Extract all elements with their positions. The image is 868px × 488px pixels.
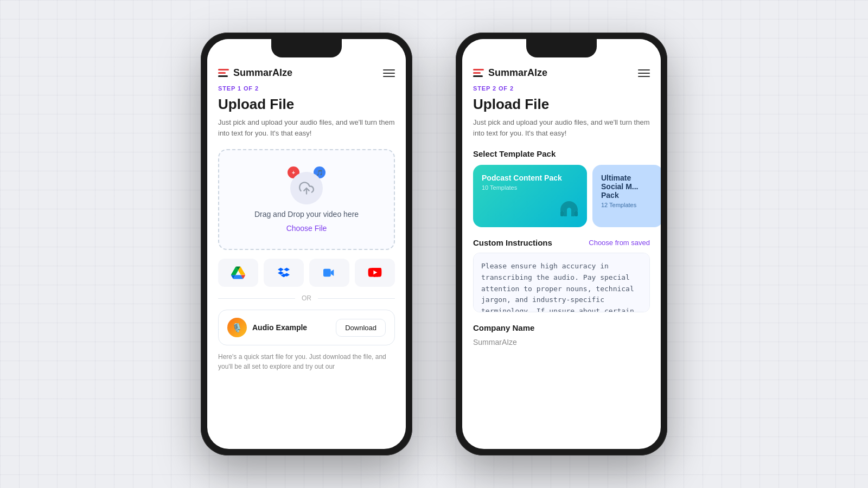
step-label-1: STEP 1 OF 2 xyxy=(218,85,395,92)
podcast-template-card[interactable]: Podcast Content Pack 10 Templates xyxy=(473,165,587,227)
logo-line-red-4 xyxy=(473,72,481,74)
podcast-card-count: 10 Templates xyxy=(482,184,578,191)
app-name-1: SummarAIze xyxy=(233,67,292,79)
page-subtitle-2: Just pick and upload your audio files, a… xyxy=(473,117,650,138)
step-label-2: STEP 2 OF 2 xyxy=(473,85,650,92)
app-logo-2: SummarAIze xyxy=(473,67,547,79)
integrations-row xyxy=(218,259,395,287)
audio-example-left: 🎙️ Audio Example xyxy=(227,318,307,337)
hamburger-line-6 xyxy=(638,76,650,77)
hamburger-menu-2[interactable] xyxy=(638,69,650,77)
headphone-icon xyxy=(556,196,583,223)
phone-notch-1 xyxy=(271,39,342,57)
logo-icon-1 xyxy=(218,69,229,77)
or-text: OR xyxy=(302,294,311,302)
audio-avatar: 🎙️ xyxy=(227,318,247,337)
logo-line-red-3 xyxy=(473,69,484,70)
phone-screen-1: SummarAIze STEP 1 OF 2 Upload File Just … xyxy=(207,39,406,449)
app-name-2: SummarAIze xyxy=(488,67,547,79)
svg-rect-4 xyxy=(575,211,578,216)
phone-screen-2: SummarAIze STEP 2 OF 2 Upload File Just … xyxy=(462,39,661,449)
hamburger-line-1 xyxy=(383,69,395,70)
audio-description: Here's a quick start file for you. Just … xyxy=(218,352,395,371)
company-name-value: SummarAIze xyxy=(473,338,650,346)
hamburger-line-5 xyxy=(638,73,650,74)
custom-instructions-label: Custom Instructions xyxy=(473,238,552,247)
page-title-1: Upload File xyxy=(218,96,395,113)
select-template-label: Select Template Pack xyxy=(473,149,650,158)
download-button[interactable]: Download xyxy=(336,319,386,337)
logo-icon-2 xyxy=(473,69,484,77)
social-card-count: 12 Templates xyxy=(601,202,654,208)
company-name-label: Company Name xyxy=(473,323,650,332)
hamburger-line-4 xyxy=(638,69,650,70)
phone-2: SummarAIze STEP 2 OF 2 Upload File Just … xyxy=(456,33,667,455)
upload-icon-container: + 🎵 xyxy=(288,166,326,204)
dropbox-button[interactable] xyxy=(264,259,304,287)
podcast-card-title: Podcast Content Pack xyxy=(482,174,578,182)
phone-notch-2 xyxy=(526,39,597,57)
audio-label: Audio Example xyxy=(252,323,307,332)
choose-file-link[interactable]: Choose File xyxy=(286,224,327,233)
or-divider: OR xyxy=(218,294,395,302)
template-cards-row: Podcast Content Pack 10 Templates Ultima… xyxy=(473,165,650,227)
custom-instructions-header: Custom Instructions Choose from saved xyxy=(473,238,650,247)
logo-line-dark-2 xyxy=(473,75,483,77)
logo-line-red-1 xyxy=(218,69,229,70)
hamburger-menu-1[interactable] xyxy=(383,69,395,77)
zoom-button[interactable] xyxy=(309,259,349,287)
drag-drop-text: Drag and Drop your video here xyxy=(254,210,359,219)
choose-saved-link[interactable]: Choose from saved xyxy=(589,239,650,247)
svg-rect-3 xyxy=(560,211,564,216)
app-content-2: STEP 2 OF 2 Upload File Just pick and up… xyxy=(462,85,661,449)
upload-dropzone[interactable]: + 🎵 Drag and Drop your video here Choose… xyxy=(218,149,395,250)
hamburger-line-3 xyxy=(383,76,395,77)
page-subtitle-1: Just pick and upload your audio files, a… xyxy=(218,117,395,138)
google-drive-button[interactable] xyxy=(218,259,258,287)
page-title-2: Upload File xyxy=(473,96,650,113)
custom-instructions-textarea[interactable]: Please ensure high accuracy in transcrib… xyxy=(473,253,650,312)
app-logo-1: SummarAIze xyxy=(218,67,292,79)
youtube-button[interactable] xyxy=(355,259,395,287)
hamburger-line-2 xyxy=(383,73,395,74)
social-card-title: Ultimate Social M... Pack xyxy=(601,174,654,200)
audio-example-card: 🎙️ Audio Example Download xyxy=(218,310,395,345)
logo-line-red-2 xyxy=(218,72,226,74)
app-content-1: STEP 1 OF 2 Upload File Just pick and up… xyxy=(207,85,406,449)
upload-cloud-icon xyxy=(290,172,323,204)
logo-line-dark xyxy=(218,75,228,77)
svg-rect-1 xyxy=(323,269,331,277)
social-template-card[interactable]: Ultimate Social M... Pack 12 Templates xyxy=(592,165,661,227)
phone-1: SummarAIze STEP 1 OF 2 Upload File Just … xyxy=(201,33,412,455)
